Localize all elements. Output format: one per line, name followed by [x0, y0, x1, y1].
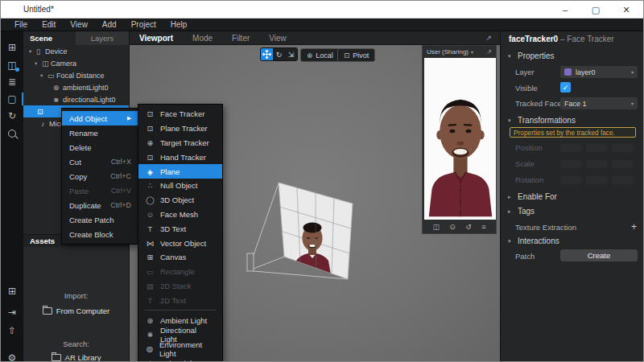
section-properties[interactable]: ▾ Properties: [508, 51, 555, 60]
face-tracker-icon: ⊡: [146, 109, 155, 118]
tree-item-camera[interactable]: ▾ ◫ Camera: [23, 57, 129, 69]
collapse-arrow-icon[interactable]: ▾: [29, 48, 31, 55]
tab-view[interactable]: View: [269, 34, 287, 43]
collapse-arrow-icon[interactable]: ▾: [35, 60, 37, 67]
viewport-toggle-button[interactable]: ▢: [1, 91, 23, 107]
layer-dropdown[interactable]: layer0 ▾: [560, 66, 638, 78]
move-tool-button[interactable]: [261, 48, 273, 60]
gizmo-icon[interactable]: ↺: [465, 223, 472, 231]
submenu-item-environment-light[interactable]: ◍Environment Light: [138, 342, 222, 356]
submenu-item-plane-tracker[interactable]: ⊡Plane Tracker: [138, 121, 222, 136]
submenu-item-hand-tracker[interactable]: ⊡Hand Tracker: [138, 150, 222, 164]
patch-editor-icon: ≣: [8, 76, 16, 88]
submenu-item-face-mesh[interactable]: ☺Face Mesh: [138, 208, 222, 222]
context-item-cut[interactable]: CutCtrl+X: [62, 154, 138, 169]
tab-filter[interactable]: Filter: [232, 34, 250, 43]
context-item-delete[interactable]: Delete: [62, 140, 138, 154]
submenu-item-null-object[interactable]: ∴Null Object: [138, 179, 222, 193]
create-patch-button[interactable]: Create: [560, 249, 638, 261]
tab-viewport[interactable]: Viewport: [139, 34, 173, 43]
scene-understanding-button[interactable]: ⊞: [1, 39, 23, 56]
menu-file[interactable]: File: [7, 20, 35, 29]
search-icon: [8, 130, 16, 138]
add-texture-extraction-button[interactable]: +: [631, 221, 637, 232]
submenu-item-face-tracker[interactable]: ⊡Face Tracker: [138, 107, 222, 121]
close-button[interactable]: ✕: [614, 2, 638, 18]
collapse-arrow-icon: ▾: [508, 238, 514, 245]
section-tags[interactable]: ▸ Tags: [508, 207, 535, 216]
tab-layers[interactable]: Layers: [76, 31, 129, 45]
menu-bar: File Edit View Add Project Help: [1, 19, 644, 31]
scale-x-field: [560, 160, 582, 168]
tree-item-directional-light[interactable]: ⋇ directionalLight0: [23, 93, 129, 105]
search-button[interactable]: [1, 125, 23, 142]
context-item-copy[interactable]: CopyCtrl+C: [62, 169, 138, 183]
tree-item-ambient-light[interactable]: ⊛ ambientLight0: [23, 81, 129, 93]
camera-preview-button[interactable]: ◫: [1, 57, 23, 73]
webcam-feed: [424, 58, 496, 220]
collapse-arrow-icon: ▾: [508, 117, 514, 124]
point-light-icon: ⊹: [146, 359, 155, 362]
pivot-toggle[interactable]: ⊡ Pivot: [337, 48, 375, 62]
menu-edit[interactable]: Edit: [35, 20, 63, 29]
plus-icon: +: [631, 221, 637, 232]
tab-scene[interactable]: Scene: [23, 31, 76, 45]
submenu-item-target-tracker[interactable]: ⊕Target Tracker: [138, 136, 222, 150]
section-interactions[interactable]: ▾ Interactions: [508, 237, 559, 245]
tab-mode[interactable]: Mode: [192, 34, 213, 43]
section-transformations[interactable]: ▾ Transformations: [508, 116, 576, 125]
menu-project[interactable]: Project: [124, 20, 163, 29]
submenu-item-3d-object[interactable]: ◯3D Object: [138, 193, 222, 208]
context-item-duplicate[interactable]: DuplicateCtrl+D: [62, 198, 138, 212]
context-item-add-object[interactable]: Add Object ▶: [62, 111, 138, 125]
menu-add[interactable]: Add: [95, 20, 124, 29]
pop-out-viewport-icon[interactable]: ↗: [485, 34, 492, 42]
add-asset-button[interactable]: ⊞: [1, 283, 23, 299]
menu-view[interactable]: View: [63, 20, 95, 29]
visible-checkbox[interactable]: ✓: [560, 82, 571, 93]
minimize-button[interactable]: –: [553, 2, 577, 18]
pop-out-preview-icon[interactable]: ↗: [486, 48, 492, 56]
maximize-button[interactable]: ▢: [584, 2, 608, 18]
restart-icon: ↻: [8, 110, 16, 121]
video-source-selector[interactable]: User (Sharing): [427, 48, 469, 56]
expand-arrow-icon: ▸: [508, 208, 514, 215]
move-icon: [262, 50, 271, 59]
collapse-arrow-icon[interactable]: ▾: [40, 72, 43, 79]
3d-plane-object[interactable]: [279, 183, 353, 279]
target-tracker-icon: ⊕: [146, 138, 155, 147]
rotate-tool-button[interactable]: ↻: [273, 48, 285, 60]
restart-button[interactable]: ↻: [1, 108, 23, 124]
scale-tool-button[interactable]: ⇲: [285, 48, 297, 60]
context-item-create-block[interactable]: Create Block: [62, 227, 138, 241]
environment-light-icon: ◍: [146, 344, 154, 353]
from-computer-button[interactable]: From Computer: [23, 306, 129, 315]
layer-color-swatch: [564, 68, 572, 76]
ar-library-button[interactable]: AR Library: [23, 353, 129, 362]
import-button[interactable]: ⇥: [1, 304, 23, 320]
3d-object-icon: ◯: [146, 195, 155, 204]
context-item-create-patch[interactable]: Create Patch: [62, 212, 138, 227]
publish-button[interactable]: ⇧: [1, 323, 23, 339]
video-toggle-icon[interactable]: ◫: [432, 223, 440, 231]
preview-header: User (Sharing) ▾ ↗: [423, 46, 496, 58]
menu-help[interactable]: Help: [163, 20, 195, 29]
check-icon: ✓: [563, 84, 569, 92]
submenu-item-vector-object[interactable]: ⋈Vector Object: [138, 236, 222, 250]
submenu-item-plane[interactable]: ◈Plane: [138, 164, 222, 179]
menu-icon[interactable]: ≡: [481, 223, 485, 231]
tree-item-device[interactable]: ▾ ▯ Device: [23, 45, 129, 57]
preview-toolbar: ◫ ⊙ ↺ ≡: [423, 220, 496, 233]
settings-button[interactable]: ⚙: [1, 350, 23, 362]
scale-y-field: [586, 160, 608, 168]
tree-item-focal-distance[interactable]: ▾ ▭ Focal Distance: [23, 69, 129, 81]
context-item-rename[interactable]: Rename: [62, 125, 138, 140]
submenu-item-canvas[interactable]: ⊞Canvas: [138, 250, 222, 265]
local-global-toggle[interactable]: ⊕ Local: [300, 48, 340, 62]
section-enable-for[interactable]: ▸ Enable For: [508, 192, 557, 201]
patch-editor-button[interactable]: ≣: [1, 74, 23, 90]
tracked-face-dropdown[interactable]: Face 1 ▾: [560, 97, 638, 109]
screenshot-icon[interactable]: ⊙: [449, 223, 456, 231]
rotation-y-field: [586, 176, 608, 184]
submenu-item-3d-text[interactable]: T3D Text: [138, 221, 222, 236]
